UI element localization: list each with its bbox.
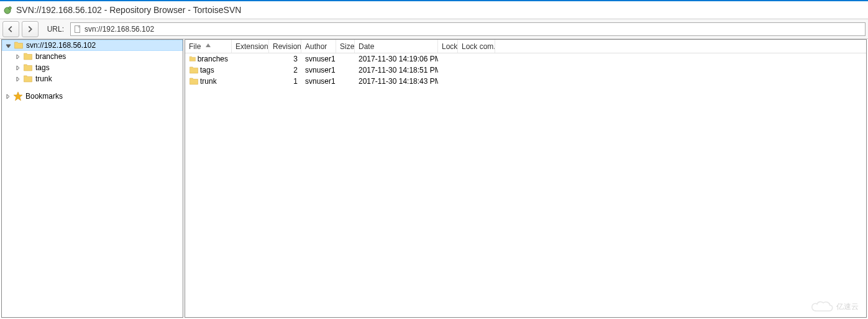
folder-icon [189,54,196,64]
window-title: SVN://192.168.56.102 - Repository Browse… [16,5,241,15]
tree-item-label: branches [35,52,66,61]
svg-point-1 [9,7,11,9]
tree-item-bookmarks[interactable]: Bookmarks [2,91,183,102]
cell-author: svnuser1 [301,55,336,63]
column-header-size[interactable]: Size [336,40,355,53]
document-icon [73,25,82,34]
column-header-file[interactable]: File [185,40,232,53]
cell-revision: 1 [269,77,301,86]
cell-author: svnuser1 [301,77,336,86]
list-header: File Extension Revision Author Size Date… [185,40,866,53]
folder-icon [189,76,199,86]
titlebar: SVN://192.168.56.102 - Repository Browse… [0,1,868,19]
tree-bookmarks-label: Bookmarks [25,92,63,101]
cell-file: branches [198,55,228,63]
tree-pane[interactable]: svn://192.168.56.102 branches tags [1,39,183,318]
column-header-extension[interactable]: Extension [232,40,269,53]
watermark: 亿速云 [810,300,859,313]
list-pane[interactable]: File Extension Revision Author Size Date… [185,39,867,318]
cell-revision: 2 [269,66,301,74]
tree-root-label: svn://192.168.56.102 [26,41,96,50]
column-header-revision[interactable]: Revision [269,40,301,53]
folder-icon [23,63,33,73]
column-header-lock[interactable]: Lock [438,40,458,53]
back-button[interactable] [2,21,19,37]
list-row[interactable]: branches 3 svnuser1 2017-11-30 14:19:06 … [185,53,866,65]
tree-item-label: tags [35,63,50,72]
chevron-down-icon[interactable] [4,41,12,50]
chevron-right-icon[interactable] [13,52,22,61]
column-header-date[interactable]: Date [355,40,438,53]
arrow-right-icon [25,25,34,34]
forward-button[interactable] [22,21,39,37]
tree-item-branches[interactable]: branches [2,51,183,62]
tree-item-trunk[interactable]: trunk [2,73,183,84]
tree-item-label: trunk [35,74,52,83]
folder-icon [14,40,24,50]
cell-date: 2017-11-30 14:19:06 PM [355,55,438,63]
chevron-right-icon[interactable] [13,63,22,72]
url-value: svn://192.168.56.102 [85,25,154,34]
star-icon [13,91,23,101]
folder-icon [23,74,33,84]
list-row[interactable]: tags 2 svnuser1 2017-11-30 14:18:51 PM [185,65,866,76]
toolbar: URL: svn://192.168.56.102 [0,19,868,39]
tortoisesvn-icon [2,5,12,15]
cell-date: 2017-11-30 14:18:43 PM [355,77,438,86]
column-header-lockcom[interactable]: Lock com... [458,40,495,53]
arrow-left-icon [6,25,15,34]
folder-icon [23,52,33,61]
column-header-author[interactable]: Author [301,40,336,53]
watermark-text: 亿速云 [836,302,859,312]
cell-date: 2017-11-30 14:18:51 PM [355,66,438,74]
tree-item-tags[interactable]: tags [2,62,183,73]
cloud-icon [810,300,834,313]
chevron-right-icon[interactable] [13,74,22,83]
url-label: URL: [47,25,64,34]
cell-file: trunk [200,77,217,86]
cell-revision: 3 [269,55,301,63]
folder-icon [189,65,199,75]
tree-root[interactable]: svn://192.168.56.102 [2,40,183,51]
sort-ascending-icon [206,40,211,49]
cell-author: svnuser1 [301,66,336,74]
url-input[interactable]: svn://192.168.56.102 [70,22,866,36]
content-area: svn://192.168.56.102 branches tags [0,39,868,319]
list-row[interactable]: trunk 1 svnuser1 2017-11-30 14:18:43 PM [185,76,866,87]
cell-file: tags [200,66,214,74]
chevron-right-icon[interactable] [3,92,12,101]
